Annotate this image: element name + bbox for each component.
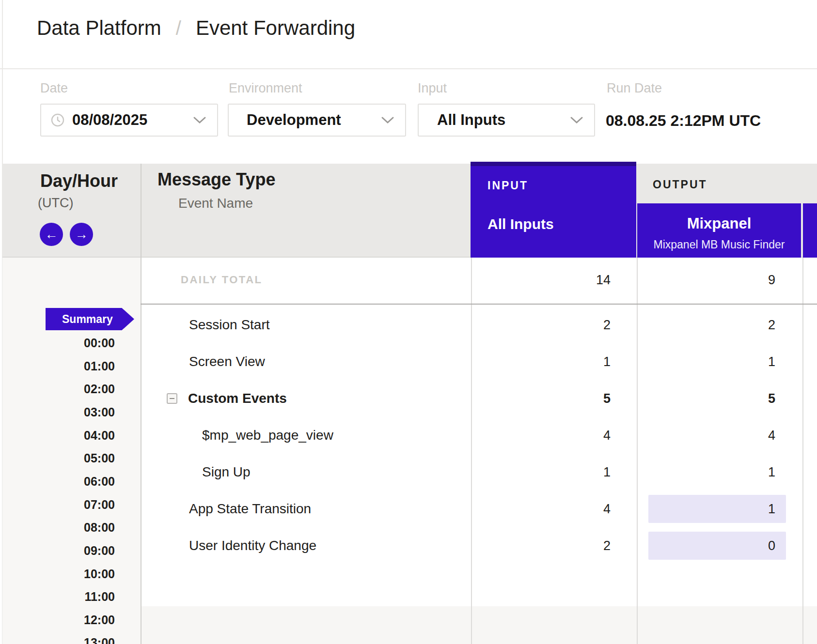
- row-label-sign-up: Sign Up: [202, 454, 251, 491]
- cell-sign-up-input: 1: [471, 454, 611, 491]
- mixpanel-column-title: Mixpanel: [637, 215, 801, 232]
- chevron-down-icon: [570, 116, 583, 124]
- cell-mp-web-page-view-output: 4: [637, 417, 775, 454]
- row-label-session-start: Session Start: [189, 307, 270, 343]
- clock-icon: [51, 113, 64, 127]
- collapse-custom-events-icon[interactable]: [167, 393, 177, 404]
- hour-row-0500[interactable]: 05:00: [29, 451, 115, 465]
- daily-total-input-value: 14: [471, 273, 611, 288]
- environment-dropdown[interactable]: Development: [228, 104, 406, 137]
- grid-footer-band: [141, 606, 817, 644]
- row-label-app-state-transition: App State Transition: [189, 491, 311, 527]
- run-date-label: Run Date: [607, 81, 662, 96]
- output-section-label: OUTPUT: [653, 178, 707, 191]
- input-column-title: All Inputs: [487, 216, 554, 232]
- cell-sign-up-output: 1: [637, 454, 775, 491]
- hour-row-1000[interactable]: 10:00: [29, 567, 115, 581]
- breadcrumb-event-forwarding: Event Forwarding: [196, 16, 355, 40]
- hour-row-0200[interactable]: 02:00: [29, 382, 115, 396]
- run-date-value: 08.08.25 2:12PM UTC: [606, 112, 761, 130]
- message-type-column-title: Message Type: [157, 169, 275, 190]
- cell-app-state-transition-output: 1: [637, 491, 775, 527]
- hour-row-0900[interactable]: 09:00: [29, 544, 115, 557]
- row-label-custom-events: Custom Events: [188, 380, 287, 417]
- next-output-column-header[interactable]: [803, 203, 817, 258]
- cell-mp-web-page-view-input: 4: [471, 417, 611, 454]
- cell-session-start-input: 2: [471, 307, 611, 343]
- cell-custom-events-output: 5: [637, 380, 775, 417]
- day-hour-column-title: Day/Hour: [40, 171, 118, 191]
- chevron-down-icon: [193, 116, 206, 124]
- hour-row-0800[interactable]: 08:00: [29, 521, 115, 534]
- input-dropdown[interactable]: All Inputs: [418, 104, 595, 137]
- cell-custom-events-input: 5: [471, 380, 611, 417]
- hour-row-1300[interactable]: 13:00: [29, 636, 115, 644]
- minus-icon: [170, 398, 174, 399]
- hour-row-0700[interactable]: 07:00: [29, 498, 115, 511]
- date-filter-label: Date: [40, 81, 68, 96]
- hours-column-divider: [141, 164, 141, 644]
- previous-day-button[interactable]: ←: [40, 223, 63, 246]
- input-value: All Inputs: [437, 111, 505, 129]
- input-column-header-accent: [471, 162, 636, 166]
- environment-filter-label: Environment: [229, 81, 302, 96]
- hour-row-0100[interactable]: 01:00: [29, 359, 115, 373]
- environment-value: Development: [247, 111, 341, 129]
- grid-line: [802, 258, 803, 644]
- cell-screen-view-input: 1: [471, 343, 611, 380]
- hour-row-0600[interactable]: 06:00: [29, 475, 115, 488]
- input-column-header[interactable]: INPUT All Inputs: [471, 162, 636, 258]
- cell-screen-view-output: 1: [637, 343, 775, 380]
- breadcrumb-data-platform[interactable]: Data Platform: [37, 16, 161, 40]
- mixpanel-column-header[interactable]: Mixpanel Mixpanel MB Music Finder: [637, 203, 801, 258]
- input-filter-label: Input: [418, 81, 447, 96]
- hour-row-1100[interactable]: 11:00: [29, 590, 115, 603]
- event-forwarding-page: Data Platform / Event Forwarding Date 08…: [0, 0, 817, 644]
- message-type-column-subtitle: Event Name: [178, 196, 253, 211]
- day-hour-column-subtitle: (UTC): [38, 196, 73, 211]
- breadcrumb-separator: /: [176, 17, 181, 39]
- chevron-down-icon: [381, 116, 394, 124]
- hour-row-1200[interactable]: 12:00: [29, 613, 115, 627]
- breadcrumb: Data Platform / Event Forwarding: [37, 16, 355, 40]
- hour-row-0400[interactable]: 04:00: [29, 429, 115, 442]
- date-dropdown[interactable]: 08/08/2025: [40, 104, 218, 137]
- arrow-right-icon: →: [75, 227, 88, 242]
- hour-row-0000[interactable]: 00:00: [29, 336, 115, 350]
- arrow-left-icon: ←: [45, 227, 58, 242]
- row-label-mp-web-page-view: $mp_web_page_view: [202, 417, 333, 454]
- cell-app-state-transition-input: 4: [471, 491, 611, 527]
- date-value: 08/08/2025: [72, 111, 147, 129]
- daily-total-divider: [141, 304, 817, 305]
- hour-row-0300[interactable]: 03:00: [29, 405, 115, 419]
- next-day-button[interactable]: →: [70, 223, 93, 246]
- cell-user-identity-change-input: 2: [471, 527, 611, 564]
- row-label-screen-view: Screen View: [189, 343, 265, 380]
- cell-user-identity-change-output: 0: [637, 527, 775, 564]
- header-divider: [0, 68, 817, 69]
- cell-session-start-output: 2: [637, 307, 775, 343]
- input-section-label: INPUT: [487, 179, 528, 192]
- row-label-user-identity-change: User Identity Change: [189, 527, 316, 564]
- daily-total-label: DAILY TOTAL: [181, 274, 262, 286]
- summary-tab[interactable]: Summary: [46, 308, 134, 330]
- mixpanel-column-subtitle: Mixpanel MB Music Finder: [637, 238, 801, 251]
- daily-total-output-value: 9: [637, 273, 775, 288]
